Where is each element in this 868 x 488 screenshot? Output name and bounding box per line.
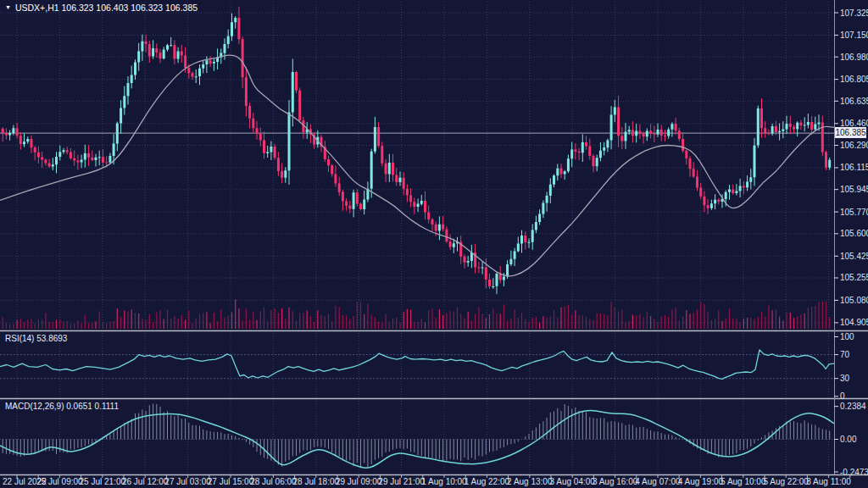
svg-text:27 Jul 15:00: 27 Jul 15:00 <box>208 477 254 486</box>
svg-text:-0.2473: -0.2473 <box>840 468 868 477</box>
svg-text:28 Jul 18:00: 28 Jul 18:00 <box>293 477 340 486</box>
svg-text:29 Jul 21:00: 29 Jul 21:00 <box>378 477 425 486</box>
svg-text:3 Aug 04:00: 3 Aug 04:00 <box>550 477 596 486</box>
svg-text:1 Aug 10:00: 1 Aug 10:00 <box>421 477 467 486</box>
svg-text:1 Aug 22:00: 1 Aug 22:00 <box>465 477 510 486</box>
svg-text:70: 70 <box>840 350 850 359</box>
svg-text:105.255: 105.255 <box>840 273 868 282</box>
svg-text:107.325: 107.325 <box>840 8 868 18</box>
svg-text:104.905: 104.905 <box>840 318 868 327</box>
svg-text:0.2384: 0.2384 <box>840 402 866 411</box>
svg-text:105.080: 105.080 <box>840 296 868 305</box>
chart-canvas[interactable]: 107.325107.150106.980106.805106.635106.4… <box>0 0 868 488</box>
time-axis[interactable]: 22 Jul 202225 Jul 09:0025 Jul 21:0026 Ju… <box>3 475 851 486</box>
svg-text:106.980: 106.980 <box>840 53 868 62</box>
svg-text:27 Jul 03:00: 27 Jul 03:00 <box>164 477 211 486</box>
svg-text:4 Aug 19:00: 4 Aug 19:00 <box>678 477 724 486</box>
svg-text:4 Aug 07:00: 4 Aug 07:00 <box>635 477 681 486</box>
svg-text:106.115: 106.115 <box>840 163 868 172</box>
svg-text:25 Jul 21:00: 25 Jul 21:00 <box>80 477 126 486</box>
svg-text:28 Jul 06:00: 28 Jul 06:00 <box>250 477 297 486</box>
svg-text:0.00: 0.00 <box>840 435 857 444</box>
rsi-indicator-label: RSI(14) 53.8693 <box>5 334 67 343</box>
svg-text:105.770: 105.770 <box>840 208 868 217</box>
symbol-dropdown-icon[interactable]: ▼ <box>5 3 11 12</box>
svg-text:105.945: 105.945 <box>840 185 868 194</box>
svg-text:2 Aug 13:00: 2 Aug 13:00 <box>507 477 553 486</box>
trading-chart-window: 107.325107.150106.980106.805106.635106.4… <box>0 0 868 488</box>
chart-title: ▼ USDX+,H1 106.323 106.403 106.323 106.3… <box>5 3 198 13</box>
svg-text:5 Aug 22:00: 5 Aug 22:00 <box>764 477 810 486</box>
svg-text:105.425: 105.425 <box>840 252 868 261</box>
svg-text:0: 0 <box>840 391 845 401</box>
svg-text:8 Aug 11:00: 8 Aug 11:00 <box>806 477 851 486</box>
svg-text:106.290: 106.290 <box>840 141 868 150</box>
svg-text:26 Jul 12:00: 26 Jul 12:00 <box>122 477 169 486</box>
svg-text:106.635: 106.635 <box>840 97 868 106</box>
svg-text:105.600: 105.600 <box>840 229 868 238</box>
svg-text:25 Jul 09:00: 25 Jul 09:00 <box>36 477 83 486</box>
macd-indicator-label: MACD(12,26,9) 0.0651 0.1111 <box>5 402 119 411</box>
svg-text:106.805: 106.805 <box>840 75 868 84</box>
current-price-badge: 106.385 <box>835 127 866 138</box>
svg-text:30: 30 <box>840 374 850 383</box>
svg-text:3 Aug 16:00: 3 Aug 16:00 <box>593 477 638 486</box>
svg-text:107.150: 107.150 <box>840 30 868 40</box>
svg-text:29 Jul 09:00: 29 Jul 09:00 <box>336 477 382 486</box>
svg-text:5 Aug 10:00: 5 Aug 10:00 <box>721 477 766 486</box>
svg-text:100: 100 <box>840 332 854 341</box>
symbol-ohlc-text: USDX+,H1 106.323 106.403 106.323 106.385 <box>15 3 198 13</box>
